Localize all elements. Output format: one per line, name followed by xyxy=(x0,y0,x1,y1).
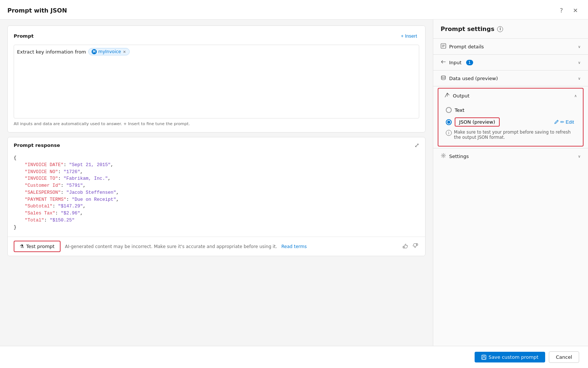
json-open-brace: { xyxy=(14,155,17,161)
prompt-box: Prompt + Insert Extract key information … xyxy=(7,25,425,133)
bottom-bar: Save custom prompt Cancel xyxy=(0,346,588,368)
accordion-settings-header[interactable]: Settings ∨ xyxy=(433,148,588,164)
input-badge: 1 xyxy=(466,60,473,65)
title-bar: Prompt with JSON ? ✕ xyxy=(0,0,588,20)
settings-info-icon[interactable]: i xyxy=(497,26,503,32)
output-highlighted-box: Output ∧ Text xyxy=(438,88,584,147)
window-title: Prompt with JSON xyxy=(7,7,67,14)
accordion-prompt-details-header[interactable]: Prompt details ∨ xyxy=(433,39,588,54)
prompt-details-icon xyxy=(441,43,446,50)
output-radio-group: Text JSON (preview) xyxy=(446,107,575,127)
help-icon[interactable]: ? xyxy=(556,5,567,16)
save-custom-prompt-button[interactable]: Save custom prompt xyxy=(475,352,545,362)
output-icon xyxy=(444,92,450,99)
accordion-data-used-header[interactable]: Data used (preview) ∨ xyxy=(433,70,588,86)
response-footer: ⚗ Test prompt AI-generated content may b… xyxy=(8,237,425,256)
settings-chevron: ∨ xyxy=(578,154,581,158)
right-panel: Prompt settings i Prompt details ∨ xyxy=(433,20,588,346)
response-title: Prompt response xyxy=(14,142,60,148)
svg-rect-0 xyxy=(403,246,404,248)
beaker-icon: ⚗ xyxy=(20,244,24,249)
close-icon[interactable]: ✕ xyxy=(570,5,581,16)
data-used-icon xyxy=(441,75,446,82)
edit-button[interactable]: ✏ Edit xyxy=(553,118,575,125)
expand-icon[interactable]: ⤢ xyxy=(414,142,419,149)
thumbs-up-icon[interactable] xyxy=(401,242,409,251)
text-radio-input[interactable] xyxy=(446,107,452,113)
tag-icon: M xyxy=(92,49,97,54)
accordion-data-used: Data used (preview) ∨ xyxy=(433,70,588,86)
json-content: { "INVOICE DATE": "Sept 21, 2015", "INVO… xyxy=(8,152,425,237)
prompt-details-chevron: ∨ xyxy=(578,45,581,49)
json-warning: i Make sure to test your prompt before s… xyxy=(446,130,575,140)
accordion-output-header[interactable]: Output ∧ xyxy=(438,89,583,103)
footer-disclaimer: AI-generated content may be incorrect. M… xyxy=(65,244,397,249)
accordion-input: Input 1 ∨ xyxy=(433,54,588,70)
json-option-highlighted: JSON (preview) xyxy=(455,117,500,127)
left-panel: Prompt + Insert Extract key information … xyxy=(0,20,433,346)
prompt-details-label: Prompt details xyxy=(449,44,484,49)
prompt-input-area[interactable]: Extract key information from M myInvoice… xyxy=(14,45,419,118)
svg-rect-10 xyxy=(482,357,485,359)
output-label: Output xyxy=(453,93,469,99)
prompt-text: Extract key information from xyxy=(17,49,86,55)
response-header: Prompt response ⤢ xyxy=(8,137,425,152)
read-terms-link[interactable]: Read terms xyxy=(281,244,307,249)
test-prompt-button[interactable]: ⚗ Test prompt xyxy=(14,241,61,252)
input-label: Input xyxy=(449,60,462,65)
json-close-brace: } xyxy=(14,225,17,230)
output-content: Text JSON (preview) xyxy=(438,103,583,146)
prompt-header: Prompt + Insert xyxy=(14,32,419,40)
output-chevron: ∧ xyxy=(574,94,577,98)
warning-info-icon: i xyxy=(446,130,452,136)
json-radio-label: JSON (preview) xyxy=(459,119,495,125)
main-content: Prompt + Insert Extract key information … xyxy=(0,20,588,346)
radio-text-option[interactable]: Text xyxy=(446,107,575,113)
thumbs-down-icon[interactable] xyxy=(412,242,419,251)
prompt-response-box: Prompt response ⤢ { "INVOICE DATE": "Sep… xyxy=(7,137,425,256)
title-bar-controls: ? ✕ xyxy=(556,5,581,16)
json-radio-dot xyxy=(447,121,450,124)
window: Prompt with JSON ? ✕ Prompt + Insert Ext xyxy=(0,0,588,368)
svg-rect-1 xyxy=(417,244,418,245)
json-radio-input[interactable] xyxy=(446,119,452,125)
svg-point-7 xyxy=(443,155,444,157)
text-radio-label: Text xyxy=(455,107,464,113)
settings-icon xyxy=(441,153,446,159)
input-chevron: ∨ xyxy=(578,61,581,65)
prompt-title: Prompt xyxy=(14,33,34,39)
input-icon xyxy=(441,59,446,66)
accordion-input-header[interactable]: Input 1 ∨ xyxy=(433,55,588,70)
svg-rect-9 xyxy=(483,355,485,357)
hint-text: All inputs and data are automatically us… xyxy=(14,121,419,126)
data-used-chevron: ∨ xyxy=(578,76,581,80)
accordion-settings: Settings ∨ xyxy=(433,148,588,164)
accordion-prompt-details: Prompt details ∨ xyxy=(433,38,588,54)
tag-close-button[interactable]: ✕ xyxy=(123,50,126,54)
tag-label: myInvoice xyxy=(98,49,121,54)
settings-label: Settings xyxy=(449,154,469,159)
feedback-icons xyxy=(401,242,419,251)
insert-button[interactable]: + Insert xyxy=(399,32,419,40)
warning-text: Make sure to test your prompt before sav… xyxy=(454,130,575,140)
data-used-label: Data used (preview) xyxy=(449,76,498,81)
settings-title: Prompt settings i xyxy=(433,25,588,38)
prompt-tag-row: Extract key information from M myInvoice… xyxy=(17,48,416,55)
svg-point-6 xyxy=(441,76,445,77)
cancel-button[interactable]: Cancel xyxy=(549,351,579,363)
radio-json-option[interactable]: JSON (preview) xyxy=(446,117,553,127)
prompt-tag: M myInvoice ✕ xyxy=(88,48,130,55)
accordion-output: Output ∧ Text xyxy=(433,86,588,148)
radio-json-row: JSON (preview) ✏ Edit xyxy=(446,117,575,127)
